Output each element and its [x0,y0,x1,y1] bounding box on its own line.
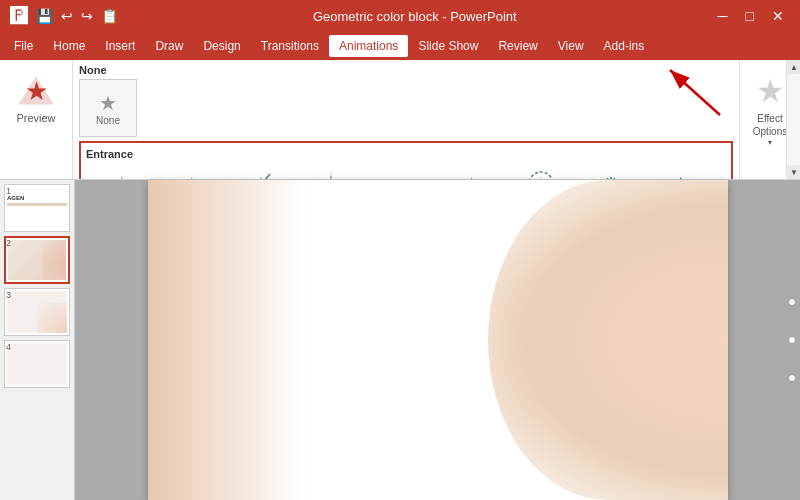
anim-fade[interactable]: ★ Fade [156,164,226,179]
slide-inner-2 [4,236,70,284]
scroll-down-button[interactable]: ▼ [787,165,800,179]
menu-slideshow[interactable]: Slide Show [408,35,488,57]
menu-addins[interactable]: Add-ins [594,35,655,57]
powerpoint-icon: 🅿 [10,6,28,27]
slide-dot-1[interactable] [788,298,796,306]
svg-text:★: ★ [25,76,48,106]
svg-text:★: ★ [401,178,419,179]
minimize-button[interactable]: ─ [712,6,734,26]
none-animation-item[interactable]: ★ None [79,79,137,137]
svg-text:★: ★ [180,172,203,179]
title-bar: 🅿 💾 ↩ ↪ 📋 Geometric color block - PowerP… [0,0,800,32]
none-label: None [79,64,733,76]
anim-split[interactable]: ★ ★ Split [366,164,436,179]
ribbon: ★ Preview None ★ None [0,60,800,180]
menu-bar: File Home Insert Draw Design Transitions… [0,32,800,60]
svg-text:★: ★ [383,178,401,179]
slide-shape-circle [488,180,728,500]
preview-button[interactable]: ★ Preview [8,68,64,128]
maximize-button[interactable]: □ [740,6,760,26]
slide-dot-2[interactable] [788,336,796,344]
quick-access-extra[interactable]: 📋 [101,8,118,24]
window-controls: ─ □ ✕ [712,6,790,26]
scroll-up-button[interactable]: ▲ [787,60,800,74]
menu-review[interactable]: Review [488,35,547,57]
slide-num-1: 1 [6,186,11,196]
preview-icon: ★ [16,72,56,112]
svg-text:✵: ✵ [670,172,692,179]
preview-group: ★ Preview [0,60,73,179]
slide-num-2: 2 [6,238,11,248]
ribbon-area: ★ Preview None ★ None [0,60,800,500]
preview-label: Preview [16,112,55,124]
slide-dot-3[interactable] [788,374,796,382]
svg-text:✺: ✺ [600,172,622,179]
close-button[interactable]: ✕ [766,6,790,26]
slide-canvas [148,180,728,500]
anim-shape[interactable]: ✦ Shape [506,164,576,179]
entrance-section: Entrance ✦ Appear ★ Fade [79,141,733,179]
entrance-grid: ✦ Appear ★ Fade ✶ [86,164,726,179]
svg-text:★: ★ [460,172,483,179]
main-layout: ★ Preview None ★ None [0,60,800,500]
anim-wipe[interactable]: ★ Wipe [436,164,506,179]
slide-canvas-area [75,180,800,500]
menu-transitions[interactable]: Transitions [251,35,329,57]
window-title: Geometric color block - PowerPoint [313,9,517,24]
effect-options-arrow: ▾ [768,138,772,147]
slide-nav-dots [788,298,796,382]
menu-animations[interactable]: Animations [329,35,408,57]
quick-access-save[interactable]: 💾 [36,8,53,24]
menu-home[interactable]: Home [43,35,95,57]
animation-scroll-panel: None ★ None Entrance ✦ [73,60,739,179]
anim-floatin[interactable]: ✷ ↓ Float In [296,164,366,179]
none-section: None ★ None [79,64,733,137]
svg-text:★: ★ [756,73,785,109]
slide-num-3: 3 [6,290,11,300]
menu-design[interactable]: Design [193,35,250,57]
slide-thumb-2[interactable]: 2 [4,236,70,284]
menu-draw[interactable]: Draw [145,35,193,57]
menu-file[interactable]: File [4,35,43,57]
anim-wheel[interactable]: ✺ Wheel [576,164,646,179]
menu-view[interactable]: View [548,35,594,57]
anim-appear[interactable]: ✦ Appear [86,164,156,179]
slide-inner-1: AGEN [4,184,70,232]
ribbon-scrollbar: ▲ ▼ [786,60,800,179]
title-bar-left: 🅿 💾 ↩ ↪ 📋 [10,6,118,27]
quick-access-undo[interactable]: ↩ [61,8,73,24]
slide-inner-3 [4,288,70,336]
slide-area: 1 AGEN 2 3 [0,180,800,500]
slide-thumb-4[interactable]: 4 [4,340,70,388]
slide-thumb-3[interactable]: 3 [4,288,70,336]
slide-num-4: 4 [6,342,11,352]
effect-options-label: EffectOptions [753,112,787,138]
anim-randombars[interactable]: ✵ Random Bars [646,164,716,179]
slide-shape-left [148,180,308,500]
menu-insert[interactable]: Insert [95,35,145,57]
slide-inner-4 [4,340,70,388]
slide-thumb-1[interactable]: 1 AGEN [4,184,70,232]
svg-text:↓: ↓ [329,169,334,179]
none-row: ★ None [79,79,733,137]
slide-thumbnails-panel: 1 AGEN 2 3 [0,180,75,500]
entrance-label: Entrance [86,148,726,160]
svg-text:✦: ✦ [110,171,133,179]
anim-flyin[interactable]: ✶ Fly In [226,164,296,179]
quick-access-redo[interactable]: ↪ [81,8,93,24]
